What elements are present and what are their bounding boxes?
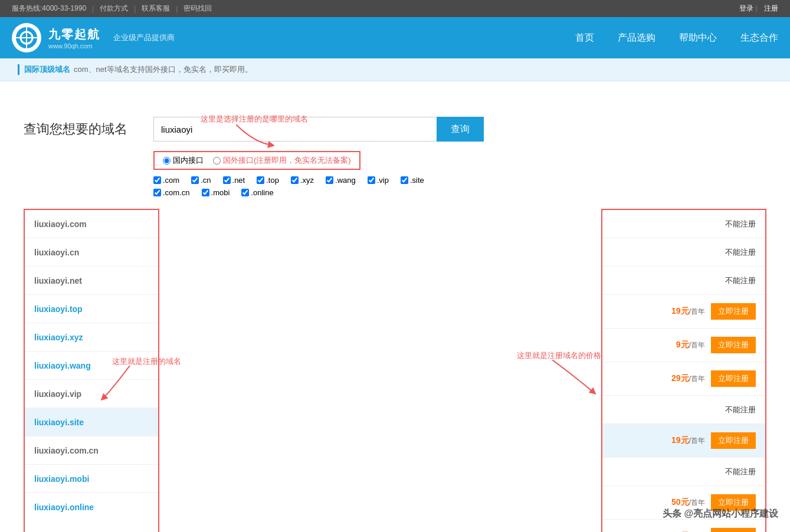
- status-comcn: 不能注册: [725, 467, 756, 477]
- results-middle: [159, 209, 601, 532]
- register-btn-wang[interactable]: 立即注册: [711, 370, 756, 387]
- price-row-wang: 29元/首年 立即注册: [602, 362, 765, 396]
- domain-row-net: liuxiaoyi.net: [25, 267, 158, 295]
- domain-row-com: liuxiaoyi.com: [25, 210, 158, 238]
- domain-row-cn: liuxiaoyi.cn: [25, 238, 158, 267]
- register-btn-xyz[interactable]: 立即注册: [711, 337, 756, 353]
- status-vip: 不能注册: [725, 405, 756, 415]
- sep3: |: [176, 5, 178, 13]
- top-bar-right: 登录 | 注册: [735, 4, 778, 14]
- breadcrumb-active: 国际顶级域名: [18, 64, 70, 75]
- login-link[interactable]: 登录: [739, 4, 753, 12]
- search-button[interactable]: 查询: [437, 117, 484, 142]
- domain-name-xyz: liuxiaoyi.xyz: [34, 333, 83, 342]
- domain-name-vip: liuxiaoyi.vip: [34, 389, 81, 399]
- breadcrumb-desc: com、net等域名支持国外接口，免实名，即买即用。: [74, 64, 253, 75]
- logo-icon: [12, 23, 41, 52]
- price-xyz: 9元/首年: [676, 340, 705, 350]
- ext-wang[interactable]: .wang: [326, 176, 356, 185]
- price-list: 不能注册 不能注册 不能注册 19元/首年 立即注册 9元/首年 立即注册 29: [601, 209, 766, 532]
- price-wang: 29元/首年: [671, 373, 705, 384]
- domain-row-comcn: liuxiaoyi.com.cn: [25, 436, 158, 465]
- register-btn-mobi[interactable]: 立即注册: [711, 494, 756, 511]
- sep4: |: [756, 4, 758, 12]
- domain-row-site: liuxiaoyi.site: [25, 408, 158, 436]
- domain-row-mobi: liuxiaoyi.mobi: [25, 465, 158, 493]
- extension-checkboxes: .com .cn .net .top .xyz .wang .vip .site…: [153, 176, 766, 197]
- status-net: 不能注册: [725, 275, 756, 286]
- ext-cn[interactable]: .cn: [191, 176, 211, 185]
- domain-name-online: liuxiaoyi.online: [34, 503, 94, 512]
- domain-name-wang: liuxiaoyi.wang: [34, 361, 91, 370]
- price-row-vip: 不能注册: [602, 396, 765, 424]
- domain-name-top: liuxiaoyi.top: [34, 304, 83, 314]
- brand-slogan: 企业级产品提供商: [113, 32, 175, 43]
- ext-site[interactable]: .site: [401, 176, 424, 185]
- annotation-price-label: 这里就是注册域名的价格: [517, 350, 601, 361]
- top-bar: 服务热线:4000-33-1990 | 付款方式 | 联系客服 | 密码找回 登…: [0, 0, 790, 17]
- domain-name-comcn: liuxiaoyi.com.cn: [34, 446, 99, 455]
- price-mobi: 50元/首年: [671, 497, 705, 508]
- payment-link[interactable]: 付款方式: [100, 4, 128, 14]
- register-btn-online[interactable]: 立即注册: [711, 528, 756, 532]
- nav-home[interactable]: 首页: [575, 32, 594, 44]
- price-row-online: 19元/首年 立即注册: [602, 520, 765, 532]
- price-row-com: 不能注册: [602, 210, 765, 238]
- price-row-mobi: 50元/首年 立即注册: [602, 486, 765, 520]
- sep2: |: [134, 5, 136, 13]
- register-btn-site[interactable]: 立即注册: [711, 432, 756, 449]
- top-bar-left: 服务热线:4000-33-1990 | 付款方式 | 联系客服 | 密码找回: [12, 4, 212, 14]
- sep1: |: [92, 5, 94, 13]
- domain-list: liuxiaoyi.com liuxiaoyi.cn liuxiaoyi.net…: [24, 209, 159, 532]
- domain-name-net: liuxiaoyi.net: [34, 276, 82, 285]
- domain-row-xyz: liuxiaoyi.xyz: [25, 323, 158, 352]
- domain-name-mobi: liuxiaoyi.mobi: [34, 474, 89, 484]
- ext-xyz[interactable]: .xyz: [291, 176, 314, 185]
- main-content: 这里是选择注册的是哪里的域名 查询您想要的域名 查询: [0, 81, 790, 532]
- foreign-radio-label[interactable]: 国外接口(注册即用，免实名无法备案): [213, 155, 351, 166]
- domain-name-site: liuxiaoyi.site: [34, 418, 84, 427]
- ext-vip[interactable]: .vip: [368, 176, 389, 185]
- annotation-domain-label: 这里就是注册的域名: [112, 356, 181, 367]
- password-link[interactable]: 密码找回: [183, 4, 212, 14]
- price-site: 19元/首年: [671, 435, 705, 446]
- status-cn: 不能注册: [725, 247, 756, 258]
- nav-products[interactable]: 产品选购: [618, 32, 655, 44]
- breadcrumb-bar: 国际顶级域名 com、net等域名支持国外接口，免实名，即买即用。: [0, 58, 790, 81]
- contact-link[interactable]: 联系客服: [142, 4, 170, 14]
- status-com: 不能注册: [725, 219, 756, 229]
- nav-ecosystem[interactable]: 生态合作: [740, 32, 778, 44]
- domain-row-vip: liuxiaoyi.vip: [25, 380, 158, 408]
- ext-top[interactable]: .top: [257, 176, 279, 185]
- brand-name: 九零起航: [48, 27, 100, 42]
- price-top: 19元/首年: [671, 306, 705, 317]
- register-link[interactable]: 注册: [764, 4, 778, 12]
- foreign-radio[interactable]: [213, 157, 221, 165]
- logo-text: 九零起航 www.90qh.com: [48, 27, 100, 50]
- domestic-radio[interactable]: [163, 157, 171, 165]
- nav-help[interactable]: 帮助中心: [679, 32, 717, 44]
- domestic-radio-label[interactable]: 国内接口: [163, 155, 204, 166]
- domain-search-title: 查询您想要的域名: [24, 120, 142, 138]
- price-row-net: 不能注册: [602, 267, 765, 295]
- ext-com[interactable]: .com: [153, 176, 179, 185]
- register-btn-top[interactable]: 立即注册: [711, 303, 756, 320]
- price-row-cn: 不能注册: [602, 238, 765, 267]
- price-row-top: 19元/首年 立即注册: [602, 295, 765, 329]
- domain-row-top: liuxiaoyi.top: [25, 295, 158, 323]
- domain-row-online: liuxiaoyi.online: [25, 493, 158, 521]
- ext-online[interactable]: .online: [241, 188, 273, 197]
- annotation-register-interface: 这里是选择注册的是哪里的域名: [201, 114, 308, 124]
- price-row-xyz: 9元/首年 立即注册: [602, 329, 765, 362]
- ext-mobi[interactable]: .mobi: [202, 188, 230, 197]
- ext-comcn[interactable]: .com.cn: [153, 188, 190, 197]
- logo-area: 九零起航 www.90qh.com 企业级产品提供商: [12, 23, 175, 52]
- domain-name-com: liuxiaoyi.com: [34, 219, 87, 229]
- header-nav: 首页 产品选购 帮助中心 生态合作: [575, 32, 778, 44]
- domain-name-cn: liuxiaoyi.cn: [34, 248, 79, 257]
- hotline: 服务热线:4000-33-1990: [12, 4, 86, 14]
- ext-net[interactable]: .net: [223, 176, 245, 185]
- header: 九零起航 www.90qh.com 企业级产品提供商 首页 产品选购 帮助中心 …: [0, 17, 790, 58]
- brand-url: www.90qh.com: [48, 42, 100, 50]
- price-row-site: 19元/首年 立即注册: [602, 424, 765, 458]
